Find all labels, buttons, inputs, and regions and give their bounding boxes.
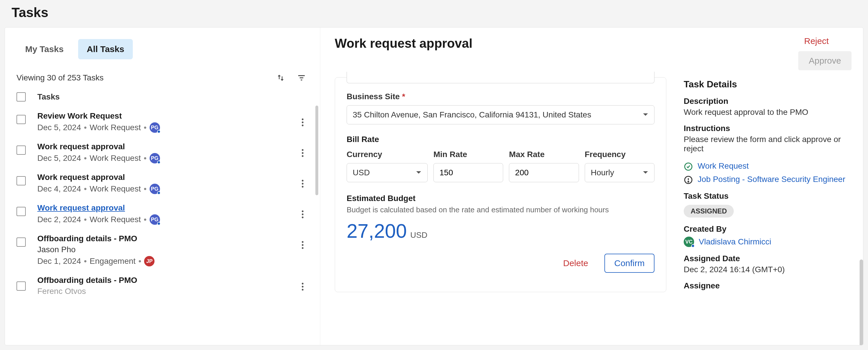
task-meta: Dec 4, 2024 • Work Request • PG [37,184,297,194]
tab-my-tasks[interactable]: My Tasks [17,39,72,59]
tabs-row: My Tasks All Tasks [5,28,320,66]
svg-point-17 [302,247,304,249]
tab-all-tasks[interactable]: All Tasks [78,39,133,59]
task-checkbox[interactable] [17,237,26,247]
task-subtitle: Jason Pho [37,245,297,254]
creator-avatar: VC [684,236,694,247]
more-icon[interactable] [297,209,308,220]
svg-point-14 [302,217,304,218]
task-list-header-label: Tasks [37,92,60,101]
task-checkbox[interactable] [17,115,26,124]
svg-point-24 [688,181,689,182]
task-list-column: My Tasks All Tasks Viewing 30 of 253 Tas… [5,28,320,345]
svg-point-13 [302,214,304,215]
avatar: PG [150,214,160,225]
svg-point-16 [302,244,304,246]
min-rate-label: Min Rate [433,150,503,159]
task-details-panel: Task Details Description Work request ap… [684,77,851,292]
reject-button[interactable]: Reject [798,36,834,46]
status-badge: ASSIGNED [684,205,734,218]
more-icon[interactable] [297,147,308,159]
task-item-active[interactable]: Work request approval Dec 2, 2024 • Work… [5,199,320,229]
svg-point-20 [302,289,304,291]
max-rate-label: Max Rate [509,150,579,159]
task-subtitle: Ferenc Otvos [37,287,297,296]
task-item[interactable]: Review Work Request Dec 5, 2024 • Work R… [5,107,320,137]
task-meta: Dec 1, 2024 • Engagement • JP [37,256,297,266]
svg-point-18 [302,283,304,285]
description-text: Work request approval to the PMO [684,107,851,117]
task-details-title: Task Details [684,79,851,90]
task-list-header: Tasks [5,87,320,107]
form-card: Business Site * 35 Chilton Avenue, San F… [335,77,666,292]
svg-point-6 [302,149,304,151]
description-label: Description [684,97,851,106]
currency-select[interactable]: USD [347,163,428,182]
budget-help: Budget is calculated based on the rate a… [347,205,654,214]
task-meta: Dec 5, 2024 • Work Request • PG [37,122,297,133]
task-title: Work request approval [37,142,297,151]
task-meta: Dec 5, 2024 • Work Request • PG [37,153,297,163]
task-checkbox[interactable] [17,176,26,185]
chevron-down-icon [643,171,648,175]
task-item[interactable]: Work request approval Dec 4, 2024 • Work… [5,168,320,199]
task-meta: Dec 2, 2024 • Work Request • PG [37,214,297,225]
business-site-value: 35 Chilton Avenue, San Francisco, Califo… [353,110,591,120]
min-rate-input[interactable] [433,163,503,182]
select-all-checkbox[interactable] [17,92,26,101]
checkmark-circle-icon [684,162,693,171]
svg-point-7 [302,152,304,154]
more-icon[interactable] [297,178,308,189]
more-icon[interactable] [297,117,308,128]
more-icon[interactable] [297,281,308,292]
work-request-link[interactable]: Work Request [698,161,749,171]
detail-column: Work request approval Reject Approve Bus… [320,28,863,345]
svg-point-9 [302,180,304,182]
task-title[interactable]: Work request approval [37,203,297,213]
business-site-select[interactable]: 35 Chilton Avenue, San Francisco, Califo… [347,105,654,124]
svg-point-15 [302,241,304,243]
frequency-label: Frequency [585,150,654,159]
assignee-label: Assignee [684,281,851,290]
cost-center-field[interactable] [347,72,654,83]
task-item[interactable]: Offboarding details - PMO Ferenc Otvos [5,271,320,302]
page-title: Tasks [0,0,868,27]
chevron-down-icon [416,171,422,175]
svg-point-12 [302,211,304,212]
confirm-button[interactable]: Confirm [604,254,654,273]
budget-currency: USD [410,230,427,240]
filter-icon[interactable] [294,71,308,85]
side-scrollbar[interactable] [860,259,863,345]
sort-icon[interactable] [274,71,288,85]
creator-name-link[interactable]: Vladislava Chirmicci [699,237,771,247]
delete-button[interactable]: Delete [555,254,596,273]
task-checkbox[interactable] [17,207,26,216]
svg-point-10 [302,183,304,185]
task-checkbox[interactable] [17,146,26,155]
max-rate-input[interactable] [509,163,579,182]
task-title: Work request approval [37,173,297,182]
more-icon[interactable] [297,239,308,251]
detail-title: Work request approval [335,36,798,51]
task-item[interactable]: Work request approval Dec 5, 2024 • Work… [5,137,320,168]
chevron-down-icon [643,113,648,117]
task-item[interactable]: Offboarding details - PMO Jason Pho Dec … [5,229,320,271]
task-checkbox[interactable] [17,281,26,291]
svg-point-5 [302,125,304,126]
budget-label: Estimated Budget [347,194,654,203]
job-posting-link[interactable]: Job Posting - Software Security Engineer [698,175,845,184]
budget-amount: 27,200 USD [347,220,654,242]
viewing-count: Viewing 30 of 253 Tasks [17,73,103,83]
assigned-date-label: Assigned Date [684,254,851,263]
svg-point-4 [302,122,304,123]
svg-point-19 [302,286,304,288]
avatar: PG [150,122,160,133]
alert-circle-icon [684,175,693,185]
main-panel: My Tasks All Tasks Viewing 30 of 253 Tas… [5,27,863,345]
instructions-label: Instructions [684,124,851,133]
bill-rate-label: Bill Rate [347,135,654,144]
assigned-date-value: Dec 2, 2024 16:14 (GMT+0) [684,265,851,274]
list-scrollbar[interactable] [315,105,318,195]
task-list-scroll[interactable]: Tasks Review Work Request Dec 5, 2024 • … [5,87,320,345]
frequency-select[interactable]: Hourly [585,163,654,182]
